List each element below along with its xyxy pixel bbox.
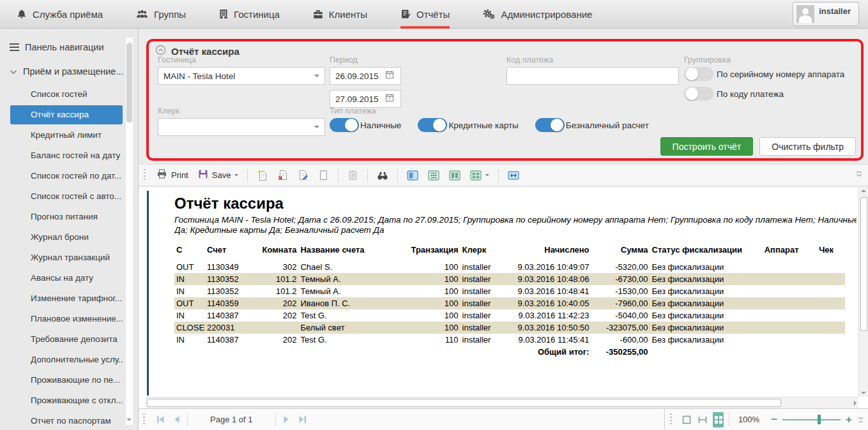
sidebar-item[interactable]: Баланс гостей на дату (10, 146, 123, 165)
user-badge[interactable]: installer (793, 2, 859, 26)
first-page-button[interactable] (155, 414, 166, 425)
calendar-icon[interactable]: 7 (385, 93, 394, 105)
date-to-field[interactable]: 7 (330, 90, 401, 108)
print-icon (156, 168, 167, 182)
sidebar-item[interactable]: Прогноз питания (10, 207, 123, 226)
nav-hotel[interactable]: Гостиница (219, 0, 280, 29)
prev-page-button[interactable] (172, 414, 181, 425)
toggle-switch[interactable] (418, 118, 447, 132)
date-from-field[interactable]: 7 (330, 67, 401, 85)
zoom-slider[interactable] (782, 415, 841, 424)
paste-button[interactable]: ? (345, 168, 361, 182)
sidebar-item[interactable]: Проживающие с откл... (10, 391, 123, 410)
users-icon (136, 10, 148, 19)
sidebar-item[interactable]: Кредитный лимит (10, 126, 123, 145)
sidebar-item[interactable]: Список гостей (10, 85, 123, 104)
table-cell: Без фискализации (650, 297, 756, 309)
new-page-button[interactable] (254, 168, 270, 182)
sidebar-scrollbar-thumb[interactable] (126, 43, 132, 122)
clear-filter-button[interactable]: Очистить фильтр (759, 137, 856, 156)
hotel-select[interactable]: MAIN - Tesla Hotel (158, 67, 325, 85)
sidebar-item[interactable]: Список гостей с авто... (10, 187, 123, 206)
nav-reception[interactable]: Служба приёма (17, 0, 103, 29)
toggle-switch[interactable] (684, 87, 713, 101)
sidebar-item[interactable]: Список гостей по дат... (10, 167, 123, 186)
view-single-page-button[interactable] (404, 168, 421, 183)
build-report-button[interactable]: Построить отчёт (660, 137, 754, 156)
sidebar-scrollbar[interactable] (126, 38, 133, 425)
sidebar-item[interactable]: Авансы на дату (10, 269, 123, 288)
save-button[interactable]: Save (195, 167, 241, 184)
table-cell: 9.03.2016 10:48:06 (505, 273, 591, 285)
payment-type-field-group: Тип платежа НаличныеКредитные картыБезна… (330, 107, 649, 132)
sidebar-item[interactable]: Дополнительные услу... (10, 350, 123, 369)
sidebar-item[interactable]: Изменение тарифног... (10, 289, 123, 308)
table-cell: CLOSED (174, 322, 205, 334)
edit-page-button[interactable] (295, 168, 311, 182)
zoom-slider-track (782, 419, 841, 420)
sidebar-group-reception[interactable]: Приём и размещение... (0, 62, 138, 81)
statusbar-grip[interactable] (143, 413, 145, 426)
sidebar-item[interactable]: Плановое изменение... (10, 309, 123, 329)
vertical-scrollbar-thumb[interactable] (860, 197, 867, 331)
user-name: installer (819, 5, 851, 16)
view-continuous-button[interactable] (425, 168, 442, 183)
view-multipage-button[interactable] (468, 168, 492, 183)
delete-page-button[interactable] (275, 168, 291, 182)
calendar-icon[interactable]: 7 (385, 70, 394, 82)
sidebar-scroll-down-icon[interactable] (126, 419, 132, 424)
multipage-view-button[interactable] (713, 412, 724, 427)
nav-label: Гостиница (234, 9, 280, 20)
table-cell: 302 (254, 261, 298, 273)
view-facing-pages-button[interactable] (446, 168, 463, 183)
sidebar-item[interactable]: Журнал транзакций (10, 248, 123, 267)
table-cell (756, 285, 808, 297)
sidebar-item[interactable]: Отчет по паспортам (10, 411, 123, 430)
page-width-button[interactable] (505, 168, 522, 182)
toolbar-overflow-icon[interactable] (855, 170, 863, 181)
save-dropdown-arrow-icon[interactable] (234, 174, 238, 178)
nav-clients[interactable]: Клиенты (313, 0, 367, 29)
page-setup-button[interactable] (316, 168, 331, 182)
sidebar-item[interactable]: Требование депозита (10, 330, 123, 349)
sidebar-item[interactable]: Отчёт кассира (10, 105, 123, 124)
toolbar-grip[interactable] (144, 169, 146, 182)
report-title: Отчёт кассира (174, 195, 857, 212)
horizontal-scrollbar-thumb[interactable] (147, 399, 781, 407)
table-cell: Без фискализации (650, 322, 756, 334)
zoom-section-grip[interactable] (670, 413, 672, 426)
horizontal-scrollbar[interactable] (146, 397, 858, 408)
nav-administration[interactable]: Администрирование (483, 0, 592, 29)
statusbar-overflow-icon[interactable] (857, 414, 864, 426)
toggle-switch[interactable] (535, 118, 565, 132)
toggle-switch[interactable] (330, 118, 359, 132)
scroll-down-icon[interactable] (861, 392, 866, 394)
fit-width-button[interactable] (697, 412, 708, 427)
zoom-slider-thumb[interactable] (818, 415, 821, 424)
page-indicator: Page 1 of 1 (194, 415, 270, 424)
clerk-select[interactable] (158, 118, 325, 136)
nav-reports[interactable]: Отчёты (400, 0, 450, 29)
toggle-switch[interactable] (684, 67, 713, 81)
table-cell (756, 309, 808, 322)
find-button[interactable] (374, 168, 391, 182)
zoom-in-icon[interactable]: + (846, 414, 852, 425)
vertical-scrollbar[interactable] (858, 187, 868, 397)
zoom-out-icon[interactable]: − (771, 414, 777, 425)
scroll-up-icon[interactable] (861, 189, 866, 192)
sidebar-item[interactable]: Журнал брони (10, 228, 123, 247)
next-page-button[interactable] (282, 414, 291, 425)
print-button[interactable]: Print (154, 167, 191, 184)
table-cell: Иванов П. С. (298, 297, 392, 309)
sidebar-header[interactable]: Панель навигации (0, 38, 138, 57)
payment-code-input[interactable] (506, 67, 679, 85)
fit-page-button[interactable] (681, 412, 692, 427)
date-from-input[interactable] (335, 71, 385, 81)
multipage-dropdown-arrow-icon[interactable] (485, 174, 489, 178)
last-page-button[interactable] (297, 414, 308, 425)
nav-groups[interactable]: Группы (136, 0, 186, 29)
table-cell: 202 (254, 297, 298, 309)
scroll-right-icon[interactable] (854, 401, 857, 406)
sidebar-item[interactable]: Проживающие по пе... (10, 371, 123, 390)
date-to-input[interactable] (335, 94, 385, 104)
